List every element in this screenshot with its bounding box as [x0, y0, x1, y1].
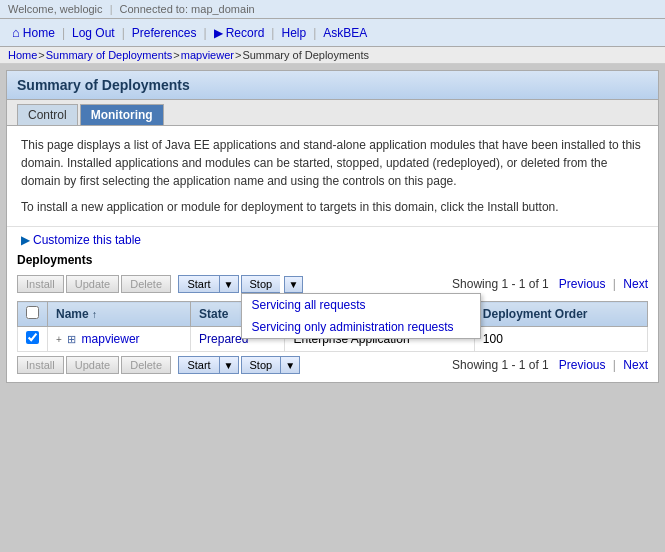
page-title: Summary of Deployments [17, 77, 648, 93]
bottom-toolbar: Install Update Delete Start ▼ Stop ▼ Sho… [17, 352, 648, 374]
breadcrumb-current: Summary of Deployments [242, 49, 369, 61]
breadcrumb-home[interactable]: Home [8, 49, 37, 61]
nav-help[interactable]: Help [277, 24, 310, 42]
dropdown-item-admin[interactable]: Servicing only administration requests [242, 316, 480, 338]
dropdown-item-all[interactable]: Servicing all requests [242, 294, 480, 316]
top-bar: Welcome, weblogic | Connected to: map_do… [0, 0, 665, 19]
deployments-title: Deployments [17, 253, 648, 267]
nav-sep-2: | [122, 26, 125, 40]
app-icon: ⊞ [67, 333, 76, 345]
row-checkbox-cell [18, 327, 48, 352]
update-button-top[interactable]: Update [66, 275, 119, 293]
description-text-2: To install a new application or module f… [21, 198, 644, 216]
nav-record[interactable]: ▶ Record [210, 24, 269, 42]
update-button-bottom[interactable]: Update [66, 356, 119, 374]
row-checkbox[interactable] [26, 331, 39, 344]
th-checkbox [18, 302, 48, 327]
breadcrumb-mapviewer[interactable]: mapviewer [181, 49, 234, 61]
tab-monitoring[interactable]: Monitoring [80, 104, 164, 125]
nav-askbea[interactable]: AskBEA [319, 24, 371, 42]
start-arrow-bottom[interactable]: ▼ [219, 356, 239, 374]
home-icon: ⌂ [12, 25, 20, 40]
delete-button-top[interactable]: Delete [121, 275, 171, 293]
row-name-cell: + ⊞ mapviewer [48, 327, 191, 352]
nav-home[interactable]: ⌂ Home [8, 23, 59, 42]
welcome-user: Welcome, weblogic [8, 3, 103, 15]
th-deployment-order: Deployment Order [474, 302, 647, 327]
stop-split-container-top: Stop ▼ Servicing all requests Servicing … [241, 275, 304, 293]
next-bottom[interactable]: Next [623, 358, 648, 372]
record-icon: ▶ [214, 26, 223, 40]
stop-button-top[interactable]: Stop [241, 275, 281, 293]
breadcrumb: Home>Summary of Deployments>mapviewer>Su… [0, 47, 665, 64]
expand-icon[interactable]: + [56, 334, 62, 345]
page-description: This page displays a list of Java EE app… [7, 126, 658, 227]
page-header: Summary of Deployments [7, 71, 658, 100]
main-content: Summary of Deployments Control Monitorin… [6, 70, 659, 383]
showing-top: Showing 1 - 1 of 1 Previous | Next [452, 277, 648, 291]
app-name-link[interactable]: mapviewer [82, 332, 140, 346]
install-button-bottom[interactable]: Install [17, 356, 64, 374]
connected-domain: Connected to: map_domain [120, 3, 255, 15]
row-deploy-order-cell: 100 [474, 327, 647, 352]
nav-sep-5: | [313, 26, 316, 40]
stop-dropdown-menu: Servicing all requests Servicing only ad… [241, 293, 481, 339]
customize-section: ▶Customize this table [7, 227, 658, 253]
start-split-button-bottom: Start ▼ [178, 356, 238, 374]
start-button-top[interactable]: Start [178, 275, 218, 293]
top-separator: | [110, 3, 113, 15]
showing-bottom: Showing 1 - 1 of 1 Previous | Next [452, 358, 648, 372]
stop-split-button-bottom: Stop ▼ [241, 356, 301, 374]
previous-bottom[interactable]: Previous [559, 358, 606, 372]
sort-icon-name: ↑ [92, 309, 97, 320]
breadcrumb-summary[interactable]: Summary of Deployments [46, 49, 173, 61]
deployments-section: Deployments Install Update Delete Start … [7, 253, 658, 382]
previous-top[interactable]: Previous [559, 277, 606, 291]
nav-logout[interactable]: Log Out [68, 24, 119, 42]
nav-bar: ⌂ Home | Log Out | Preferences | ▶ Recor… [0, 19, 665, 47]
nav-sep-4: | [271, 26, 274, 40]
install-button-top[interactable]: Install [17, 275, 64, 293]
select-all-checkbox[interactable] [26, 306, 39, 319]
description-text-1: This page displays a list of Java EE app… [21, 136, 644, 190]
delete-button-bottom[interactable]: Delete [121, 356, 171, 374]
start-button-bottom[interactable]: Start [178, 356, 218, 374]
nav-preferences[interactable]: Preferences [128, 24, 201, 42]
tabs-container: Control Monitoring [7, 100, 658, 126]
tab-control[interactable]: Control [17, 104, 78, 125]
nav-sep-3: | [204, 26, 207, 40]
next-top[interactable]: Next [623, 277, 648, 291]
th-name: Name ↑ [48, 302, 191, 327]
start-arrow-top[interactable]: ▼ [219, 275, 239, 293]
top-toolbar: Install Update Delete Start ▼ Stop ▼ Ser… [17, 271, 648, 297]
start-split-button-top: Start ▼ [178, 275, 238, 293]
customize-link[interactable]: ▶Customize this table [21, 233, 141, 247]
welcome-text: Welcome, weblogic | Connected to: map_do… [8, 3, 255, 15]
stop-arrow-top[interactable]: ▼ [284, 276, 304, 293]
stop-button-bottom[interactable]: Stop [241, 356, 281, 374]
nav-sep-1: | [62, 26, 65, 40]
stop-arrow-bottom[interactable]: ▼ [280, 356, 300, 374]
triangle-icon: ▶ [21, 233, 30, 247]
